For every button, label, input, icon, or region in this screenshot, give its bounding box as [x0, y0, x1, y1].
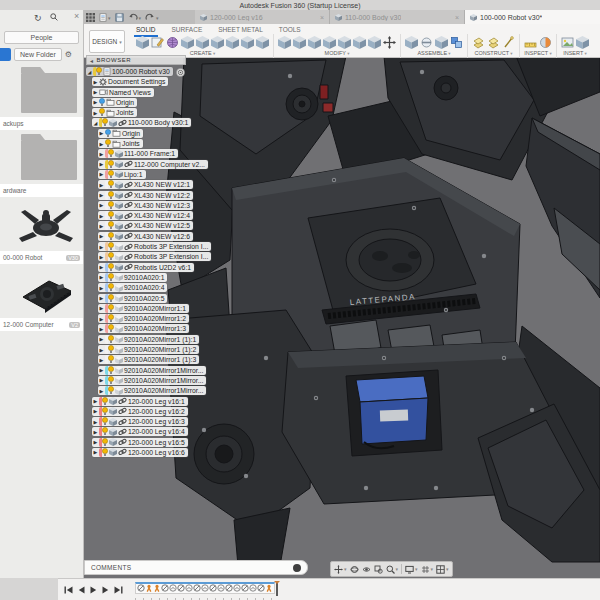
expand-arrow-icon[interactable]: ▶: [98, 316, 105, 322]
step-back-button[interactable]: [78, 586, 85, 594]
expand-arrow-icon[interactable]: ▶: [92, 79, 99, 85]
timeline-playhead[interactable]: [276, 582, 278, 596]
browser-row[interactable]: ▶ XL430 NEW v12:1: [98, 180, 276, 189]
expand-arrow-icon[interactable]: ▶: [98, 141, 105, 147]
timeline-feature-icon[interactable]: [193, 584, 201, 592]
document-tab[interactable]: 120-000 Leg v16×: [195, 10, 330, 24]
gear-icon[interactable]: ⚙: [65, 50, 72, 59]
expand-arrow-icon[interactable]: ▶: [92, 99, 99, 105]
browser-row[interactable]: ▶Joints: [98, 139, 276, 148]
browser-row[interactable]: ▶ 120-000 Leg v16:5: [92, 438, 276, 447]
fillet-tool-icon[interactable]: [293, 35, 306, 48]
expand-arrow-icon[interactable]: ▶: [98, 130, 105, 136]
timeline-feature-icon[interactable]: [177, 584, 185, 592]
expand-arrow-icon[interactable]: ▶: [98, 357, 105, 363]
visibility-bulb-icon[interactable]: [108, 232, 114, 241]
new-folder-button[interactable]: New Folder: [14, 48, 62, 61]
draft-tool-icon[interactable]: [338, 35, 351, 48]
visibility-bulb-icon[interactable]: [102, 438, 108, 447]
visibility-bulb-icon[interactable]: [102, 397, 108, 406]
visibility-bulb-icon[interactable]: [108, 345, 114, 354]
browser-header[interactable]: BROWSER: [86, 55, 186, 65]
browser-row[interactable]: ▶ 92010A020Mirror1Mirror...: [98, 376, 276, 385]
extrude-tool-icon[interactable]: [181, 35, 194, 48]
look-at-icon[interactable]: [362, 565, 371, 574]
visibility-bulb-icon[interactable]: [108, 273, 114, 282]
browser-row[interactable]: ◢ 110-000 Body v30:1: [92, 118, 276, 127]
visibility-bulb-icon[interactable]: [108, 355, 114, 364]
browser-row[interactable]: ▶ Lipo:1: [98, 170, 276, 179]
visibility-bulb-icon[interactable]: [108, 221, 114, 230]
expand-arrow-icon[interactable]: ▶: [98, 295, 105, 301]
visibility-bulb-icon[interactable]: [108, 263, 114, 272]
browser-row[interactable]: ▶ 92010A020Mirror1:1: [98, 304, 276, 313]
browser-row[interactable]: ▶ 120-000 Leg v16:6: [92, 448, 276, 457]
visibility-bulb-icon[interactable]: [108, 335, 114, 344]
create-form-tool-icon[interactable]: [166, 35, 179, 48]
expand-arrow-icon[interactable]: ▶: [98, 233, 105, 239]
expand-arrow-icon[interactable]: ▶: [92, 89, 99, 95]
timeline-joint-icon[interactable]: [153, 584, 161, 592]
viewports-icon[interactable]: ▾: [436, 565, 449, 574]
timeline-motion-icon[interactable]: [217, 584, 225, 592]
go-to-end-button[interactable]: [114, 586, 123, 594]
expand-arrow-icon[interactable]: ▶: [92, 449, 99, 455]
revolve-tool-icon[interactable]: [196, 35, 209, 48]
play-button[interactable]: [90, 586, 97, 594]
create-sketch-tool-icon[interactable]: [151, 35, 164, 48]
expand-arrow-icon[interactable]: ▶: [98, 336, 105, 342]
browser-row[interactable]: ▶Origin: [98, 129, 276, 138]
visibility-bulb-icon[interactable]: [108, 191, 114, 200]
visibility-bulb-icon[interactable]: [108, 170, 114, 179]
pan-icon[interactable]: ▾: [334, 565, 347, 574]
browser-row[interactable]: ▶ Robotis 3P Extension I...: [98, 242, 276, 251]
rigid-group-tool-icon[interactable]: [450, 35, 463, 48]
data-panel-grid-icon[interactable]: [86, 13, 95, 22]
expand-arrow-icon[interactable]: ▶: [98, 223, 105, 229]
data-panel-item[interactable]: 00-000 RobotV30: [0, 203, 83, 264]
ribbon-group-label[interactable]: INSPECT: [524, 50, 551, 56]
browser-row[interactable]: ▶ 92010A020Mirror1 (1):1: [98, 335, 276, 344]
people-button[interactable]: People: [4, 31, 79, 44]
save-icon[interactable]: [115, 13, 124, 22]
visibility-bulb-icon[interactable]: [108, 180, 114, 189]
expand-arrow-icon[interactable]: ▶: [98, 192, 105, 198]
expand-arrow-icon[interactable]: ▶: [98, 388, 105, 394]
loft-tool-icon[interactable]: [226, 35, 239, 48]
press-pull-tool-icon[interactable]: [278, 35, 291, 48]
joint-tool-icon[interactable]: [420, 35, 433, 48]
visibility-bulb-icon[interactable]: [102, 417, 108, 426]
new-component-tool-icon[interactable]: [405, 35, 418, 48]
expand-arrow-icon[interactable]: ▶: [98, 377, 105, 383]
browser-row[interactable]: ▶ 92010A020Mirror1:2: [98, 314, 276, 323]
scale-tool-icon[interactable]: [353, 35, 366, 48]
refresh-icon[interactable]: ↻: [34, 13, 42, 23]
browser-row[interactable]: ▶ 92010A020:5: [98, 294, 276, 303]
upload-button[interactable]: [0, 48, 11, 61]
activate-component-radio[interactable]: [176, 63, 185, 81]
timeline-feature-icon[interactable]: [161, 584, 169, 592]
browser-row[interactable]: ▶ 92010A020:1: [98, 273, 276, 282]
expand-arrow-icon[interactable]: ▶: [98, 305, 105, 311]
visibility-bulb-icon[interactable]: [108, 149, 114, 158]
expand-arrow-icon[interactable]: ▶: [98, 254, 105, 260]
visibility-bulb-icon[interactable]: [105, 139, 111, 148]
browser-row[interactable]: ▶ 120-000 Leg v16:4: [92, 427, 276, 436]
visibility-bulb-icon[interactable]: [108, 242, 114, 251]
move-tool-icon[interactable]: [383, 35, 396, 48]
browser-row[interactable]: ▶ XL430 NEW v12:5: [98, 221, 276, 230]
orbit-icon[interactable]: [350, 565, 359, 574]
axis-tool-icon[interactable]: [502, 35, 515, 48]
browser-row[interactable]: ◢100-000 Robot v30: [86, 67, 276, 76]
data-panel-item[interactable]: ackups: [0, 69, 83, 130]
ribbon-group-label[interactable]: ASSEMBLE: [417, 50, 450, 56]
browser-row[interactable]: ▶ 120-000 Leg v16:2: [92, 407, 276, 416]
combine-tool-icon[interactable]: [368, 35, 381, 48]
chamfer-tool-icon[interactable]: [308, 35, 321, 48]
insert-image-tool-icon[interactable]: [561, 35, 574, 48]
insert-mesh-tool-icon[interactable]: [576, 35, 589, 48]
expand-arrow-icon[interactable]: ▶: [98, 151, 105, 157]
browser-row[interactable]: ▶ 92010A020Mirror1 (1):3: [98, 355, 276, 364]
visibility-bulb-icon[interactable]: [102, 448, 108, 457]
expand-arrow-icon[interactable]: ▶: [98, 367, 105, 373]
